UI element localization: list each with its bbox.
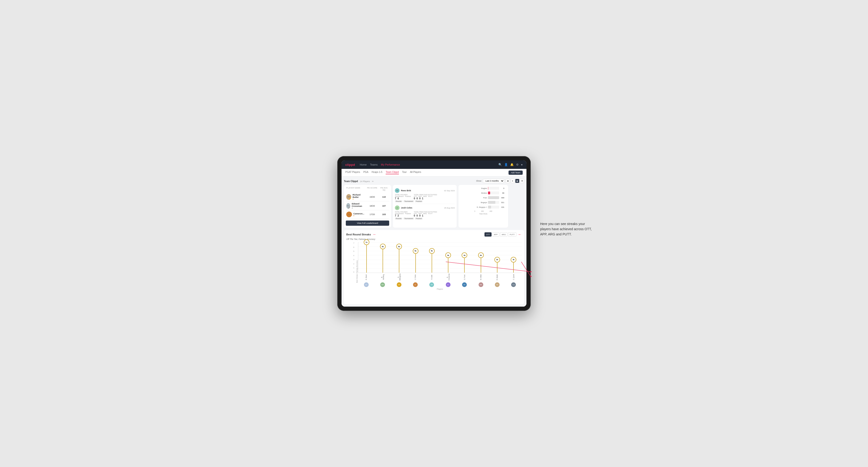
- y-tick-6: 6: [353, 247, 354, 248]
- edit-icon[interactable]: ✏: [372, 180, 374, 183]
- tag-practice: Practice: [415, 217, 423, 220]
- bar-container: 131: [488, 206, 499, 209]
- arg-val: 0: [419, 197, 421, 200]
- player-row: RB 1 Richard Butler ♥ 19/20 110: [346, 192, 389, 201]
- rank-badge-bronze: 3: [350, 215, 352, 217]
- bar-fill: [488, 187, 488, 190]
- practice-sublabels: OTT APP ARG PUTT: [414, 213, 437, 214]
- stats-panel: Eagles 3: [459, 185, 508, 228]
- round-sublabels: Tournament Practice: [395, 213, 411, 214]
- team-controls: Show Last 3 months ⊞ ≡ ▦ ☰: [476, 179, 524, 183]
- search-icon[interactable]: 🔍: [498, 163, 502, 166]
- nav-teams[interactable]: Teams: [370, 163, 378, 166]
- y-axis-ticks: 7 6 5 4 3 2 1 0: [353, 242, 354, 273]
- player-name-col: R. Britt: [424, 274, 440, 281]
- avatar[interactable]: ●: [521, 163, 523, 166]
- streaks-title-row: Best Round Streaks ←: [346, 232, 377, 237]
- list-view-btn[interactable]: ≡: [510, 179, 515, 183]
- lb-col-avg: PB AVG SQ: [379, 187, 389, 191]
- round-type-tags: Rounds Tournament Practice: [395, 200, 455, 203]
- streak-chart-area: 7x 6x 6x: [358, 242, 522, 273]
- player-name-col: E. Ebert: [358, 274, 374, 281]
- player-info: C 3 Cameron... ♥: [346, 212, 365, 217]
- bar-row-birdies: Birdies 96: [474, 191, 499, 194]
- nav-home[interactable]: Home: [360, 163, 367, 166]
- subnav-pga[interactable]: PGA: [363, 171, 368, 174]
- round-stats: Total Rounds Tournament Practice 7 2: [395, 211, 455, 217]
- practice-activities-label: Total Practice Activities: [414, 194, 437, 195]
- streak-bubble: 7x: [364, 239, 369, 245]
- player-name-col: D. Billingham: [391, 274, 407, 281]
- subnav-pgat[interactable]: PGAT Players: [345, 171, 360, 174]
- streak-avatar: DB: [397, 282, 401, 287]
- team-name: Team Clippd: [344, 180, 358, 183]
- streak-avatar: RB: [495, 282, 500, 287]
- bar-label-bogeys: Bogeys: [474, 201, 487, 204]
- streak-line: [382, 247, 383, 273]
- bar-row-dbogeys: D. Bogeys + 131: [474, 206, 499, 209]
- subnav-all-players[interactable]: All Players: [410, 171, 421, 174]
- streaks-subtitle: Off The Tee, Fairway Accuracy: [346, 238, 522, 240]
- filter-app[interactable]: APP: [492, 232, 499, 237]
- player-name-col: B. McHerg: [374, 274, 391, 281]
- streak-player-col: 6x: [375, 242, 391, 273]
- practice-activities-group: Total Practice Activities OTT APP ARG PU…: [414, 194, 437, 200]
- streak-line: [415, 251, 416, 273]
- table-view-btn[interactable]: ☰: [520, 179, 524, 183]
- streaks-filter-buttons: OTT APP ARG PUTT ←: [485, 232, 522, 237]
- streak-line: [366, 242, 367, 273]
- nav-my-performance[interactable]: My Performance: [381, 163, 400, 166]
- streak-player-col: 3x: [489, 242, 505, 273]
- putt-val: 1: [422, 197, 423, 200]
- x-label-400: 400: [489, 210, 492, 212]
- player-info: EC 2 Edward Crossman ♥: [346, 203, 365, 209]
- leaderboard-panel: PLAYER NAME PB SCORE PB AVG SQ RB 1: [344, 185, 391, 228]
- avatar-col: RB: [489, 282, 505, 287]
- streak-player-col: 6x: [391, 242, 407, 273]
- add-team-button[interactable]: Add Team: [508, 170, 523, 175]
- pb-avg: 110: [379, 196, 389, 198]
- filter-arg[interactable]: ARG: [500, 232, 507, 237]
- player-avatars-row: EE BM DB JC RB: [358, 281, 522, 287]
- player-name-col: M. Miller: [473, 274, 489, 281]
- subnav-team-clippd[interactable]: Team Clippd: [385, 171, 399, 174]
- view-leaderboard-button[interactable]: View Full Leaderboard: [346, 220, 389, 226]
- filter-putt[interactable]: PUTT: [508, 232, 516, 237]
- card-view-btn[interactable]: ▦: [515, 179, 519, 183]
- subnav-tour[interactable]: Tour: [402, 171, 407, 174]
- grid-view-btn[interactable]: ⊞: [506, 179, 510, 183]
- sub-nav: PGAT Players PGA Hcaps 1-5 Team Clippd T…: [342, 169, 526, 177]
- sub-nav-links: PGAT Players PGA Hcaps 1-5 Team Clippd T…: [345, 171, 508, 174]
- rank-badge-gold: 1: [349, 198, 351, 200]
- filter-ott[interactable]: OTT: [485, 232, 492, 237]
- lb-col-pb: PB SCORE: [365, 187, 379, 191]
- streak-bubble: 4x: [462, 252, 467, 258]
- bar-container: 311: [488, 201, 499, 204]
- period-select[interactable]: Last 3 months: [483, 179, 504, 183]
- people-icon[interactable]: 👤: [504, 163, 508, 166]
- streak-bubble: 6x: [380, 244, 385, 249]
- x-label-200: 200: [481, 210, 484, 212]
- round-sublabels: Tournament Practice: [395, 195, 411, 197]
- player-name: B. McHerg: [381, 274, 384, 280]
- players-x-label: Players: [358, 288, 522, 290]
- streak-line: [399, 247, 399, 273]
- avatar-col: RB: [424, 282, 440, 287]
- bell-icon[interactable]: 🔔: [510, 163, 514, 166]
- show-label: Show: [476, 180, 482, 182]
- avatar: RB 1: [346, 194, 351, 200]
- avatar-col: EC: [440, 282, 456, 287]
- streak-player-col: 4x: [456, 242, 473, 273]
- streaks-header: Best Round Streaks ← OTT APP ARG PUTT ←: [346, 232, 522, 237]
- avatar: EC 2: [346, 203, 350, 209]
- pb-score: 18/20: [365, 205, 379, 207]
- streak-line: [432, 251, 432, 273]
- practice-label: Practice: [405, 195, 411, 197]
- player-name: Edward Crossman: [352, 203, 365, 207]
- settings-icon[interactable]: ⚙: [516, 163, 519, 166]
- y-tick-2: 2: [353, 263, 354, 264]
- round-player-name: Rees Britt: [401, 189, 443, 192]
- total-rounds-group: Total Rounds Tournament Practice 7 6: [395, 194, 411, 200]
- subnav-hcaps[interactable]: Hcaps 1-5: [372, 171, 382, 174]
- round-card: JC Josh Coles 26 Aug 2023 Total Rounds T…: [395, 204, 455, 221]
